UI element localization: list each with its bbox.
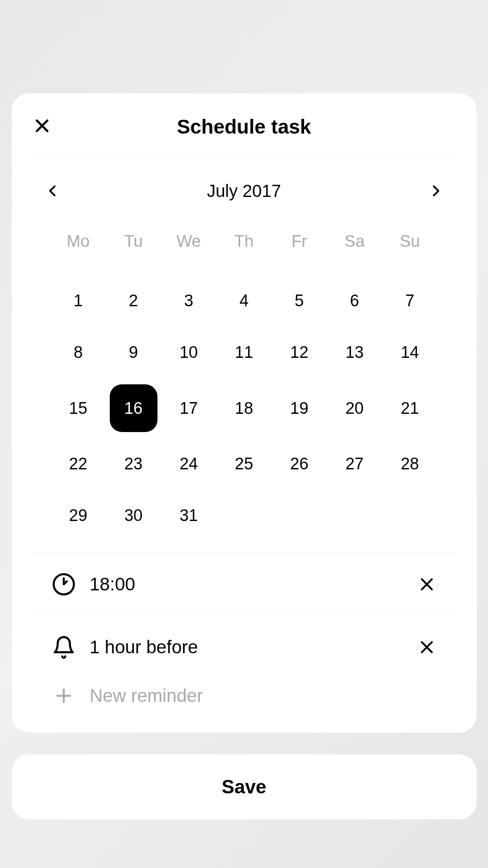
save-button-label: Save — [222, 776, 266, 797]
calendar-day[interactable]: 10 — [161, 333, 216, 372]
clock-icon — [51, 571, 77, 597]
calendar-day[interactable]: 27 — [327, 444, 382, 484]
close-icon — [418, 576, 436, 593]
weekday-header: Tu — [106, 223, 161, 259]
weekday-header: Fr — [272, 223, 327, 259]
calendar-day[interactable]: 7 — [382, 281, 437, 321]
weekday-header-row: Mo Tu We Th Fr Sa Su — [51, 223, 438, 259]
calendar-day[interactable]: 3 — [161, 281, 216, 321]
calendar-day[interactable]: 21 — [382, 384, 437, 432]
calendar-day[interactable]: 31 — [161, 496, 216, 535]
calendar-day[interactable]: 22 — [51, 444, 106, 484]
save-button[interactable]: Save — [12, 754, 477, 819]
calendar-day[interactable]: 26 — [272, 444, 327, 484]
new-reminder-row[interactable]: New reminder — [31, 678, 457, 733]
month-label: July 2017 — [64, 181, 425, 201]
month-navigation: July 2017 — [12, 156, 477, 215]
calendar-day[interactable]: 29 — [51, 496, 106, 535]
calendar-day[interactable]: 4 — [216, 281, 272, 321]
weekday-header: We — [161, 223, 216, 259]
time-row[interactable]: 18:00 — [31, 553, 457, 616]
reminder-row[interactable]: 1 hour before — [31, 616, 457, 678]
weekday-header: Su — [382, 223, 437, 259]
weekday-header: Th — [216, 223, 272, 259]
calendar-day[interactable]: 16 — [110, 384, 157, 432]
calendar-day[interactable]: 20 — [327, 384, 382, 432]
weekday-header: Sa — [327, 223, 382, 259]
calendar-day[interactable]: 19 — [272, 384, 327, 432]
calendar-day[interactable]: 24 — [161, 444, 216, 484]
remove-reminder-button[interactable] — [416, 636, 438, 658]
modal-header: Schedule task — [31, 93, 457, 156]
time-value: 18:00 — [90, 574, 416, 595]
reminder-label: 1 hour before — [90, 637, 416, 658]
calendar-day[interactable]: 5 — [272, 281, 327, 321]
close-button[interactable] — [31, 115, 53, 137]
calendar-day[interactable]: 6 — [327, 281, 382, 321]
calendar-day[interactable]: 9 — [106, 333, 161, 372]
modal-title: Schedule task — [51, 115, 438, 138]
clear-time-button[interactable] — [416, 573, 438, 595]
chevron-right-icon — [429, 182, 442, 200]
calendar-day[interactable]: 28 — [382, 444, 437, 484]
chevron-left-icon — [46, 182, 60, 200]
calendar-day[interactable]: 2 — [106, 281, 161, 321]
calendar-day[interactable]: 11 — [216, 333, 272, 372]
close-icon — [33, 117, 51, 135]
calendar-day[interactable]: 12 — [272, 333, 327, 372]
calendar-day[interactable]: 17 — [161, 384, 216, 432]
bell-icon — [51, 634, 77, 660]
new-reminder-label: New reminder — [90, 685, 438, 706]
next-month-button[interactable] — [425, 180, 446, 202]
calendar-day[interactable]: 1 — [51, 281, 106, 321]
plus-icon — [51, 683, 77, 709]
schedule-task-modal: Schedule task July 2017 Mo Tu We Th Fr S… — [12, 93, 477, 733]
weekday-header: Mo — [51, 223, 106, 259]
prev-month-button[interactable] — [42, 180, 64, 202]
calendar-day[interactable]: 15 — [51, 384, 106, 432]
calendar-day[interactable]: 14 — [382, 333, 437, 372]
calendar-day[interactable]: 25 — [216, 444, 272, 484]
days-grid: 1234567891011121314151617181920212223242… — [51, 281, 438, 535]
calendar-day[interactable]: 13 — [327, 333, 382, 372]
calendar-day[interactable]: 18 — [216, 384, 272, 432]
close-icon — [418, 639, 436, 656]
calendar-day[interactable]: 30 — [106, 496, 161, 535]
calendar-day[interactable]: 8 — [51, 333, 106, 372]
calendar-day[interactable]: 23 — [106, 444, 161, 484]
calendar: Mo Tu We Th Fr Sa Su 1234567891011121314… — [31, 215, 457, 553]
